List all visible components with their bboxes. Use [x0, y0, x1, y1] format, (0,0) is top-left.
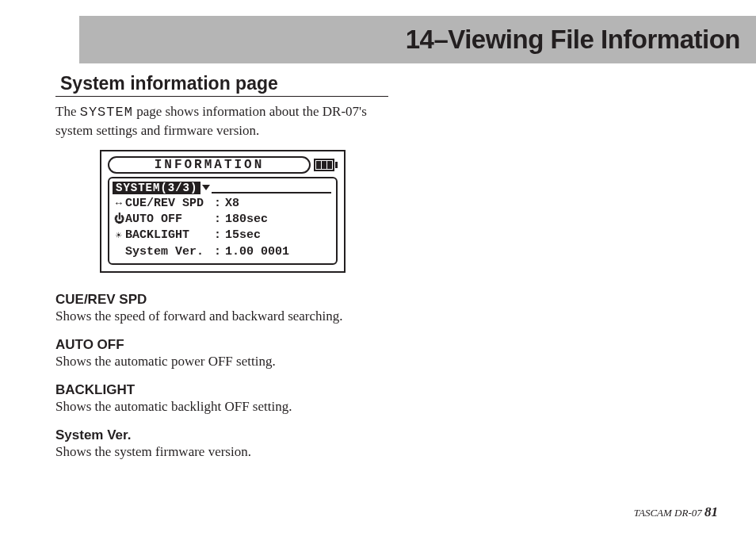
intro-mono-term: SYSTEM: [80, 105, 133, 120]
page-number: 81: [704, 504, 718, 519]
footer-brand: TASCAM DR-07: [634, 507, 704, 519]
definition-item: System Ver.Shows the system firmware ver…: [55, 427, 388, 462]
battery-icon: [314, 159, 338, 171]
lcd-row-value: 1.00 0001: [225, 244, 289, 260]
lcd-setting-row: ☀BACKLIGHT:15sec: [113, 228, 331, 243]
lcd-tab-underline: [212, 182, 331, 193]
dropdown-arrow-icon: [202, 185, 210, 190]
definition-description: Shows the system firmware version.: [55, 443, 388, 462]
lcd-setting-row: ↔CUE/REV SPD:X8: [113, 196, 331, 212]
section-heading: System information page: [55, 73, 388, 97]
lcd-row-icon: ⏻: [113, 213, 125, 227]
definition-term: AUTO OFF: [55, 337, 388, 353]
lcd-row-label: System Ver.: [125, 244, 214, 260]
lcd-row-icon: ↔: [113, 197, 125, 211]
lcd-title-row: INFORMATION: [108, 156, 338, 174]
lcd-row-colon: :: [214, 244, 225, 260]
lcd-row-icon: ☀: [113, 229, 125, 243]
lcd-row-label: CUE/REV SPD: [125, 196, 214, 212]
lcd-screen-title: INFORMATION: [108, 156, 311, 174]
definitions-list: CUE/REV SPDShows the speed of forward an…: [55, 292, 388, 462]
lcd-row-label: BACKLIGHT: [125, 228, 214, 243]
lcd-row-label: AUTO OFF: [125, 212, 214, 228]
lcd-row-value: 180sec: [225, 212, 268, 228]
chapter-header-bar: 14–Viewing File Information: [79, 16, 756, 63]
lcd-setting-row: ⏻AUTO OFF:180sec: [113, 212, 331, 228]
page-footer: TASCAM DR-07 81: [634, 504, 718, 520]
lcd-setting-row: System Ver.:1.00 0001: [113, 244, 331, 260]
lcd-row-value: X8: [225, 196, 239, 212]
lcd-screenshot: INFORMATION SYSTEM(3/3) ↔CUE/REV SPD:X8⏻…: [100, 150, 346, 273]
definition-term: System Ver.: [55, 427, 388, 443]
lcd-row-colon: :: [214, 196, 225, 212]
definition-description: Shows the speed of forward and backward …: [55, 308, 388, 326]
definition-item: AUTO OFFShows the automatic power OFF se…: [55, 337, 388, 371]
definition-item: BACKLIGHTShows the automatic backlight O…: [55, 382, 388, 416]
definition-description: Shows the automatic backlight OFF settin…: [55, 398, 388, 416]
intro-text-before: The: [55, 104, 80, 119]
lcd-page-badge: SYSTEM(3/3): [113, 182, 200, 194]
page-content-column: System information page The SYSTEM page …: [55, 73, 388, 473]
lcd-body: SYSTEM(3/3) ↔CUE/REV SPD:X8⏻AUTO OFF:180…: [108, 177, 338, 265]
lcd-row-colon: :: [214, 228, 225, 243]
definition-item: CUE/REV SPDShows the speed of forward an…: [55, 292, 388, 326]
definition-description: Shows the automatic power OFF setting.: [55, 353, 388, 371]
lcd-row-colon: :: [214, 212, 225, 228]
definition-term: BACKLIGHT: [55, 382, 388, 398]
intro-paragraph: The SYSTEM page shows information about …: [55, 103, 388, 140]
definition-term: CUE/REV SPD: [55, 292, 388, 308]
lcd-page-row: SYSTEM(3/3): [113, 182, 331, 194]
lcd-row-value: 15sec: [225, 228, 261, 243]
chapter-title: 14–Viewing File Information: [406, 25, 740, 55]
